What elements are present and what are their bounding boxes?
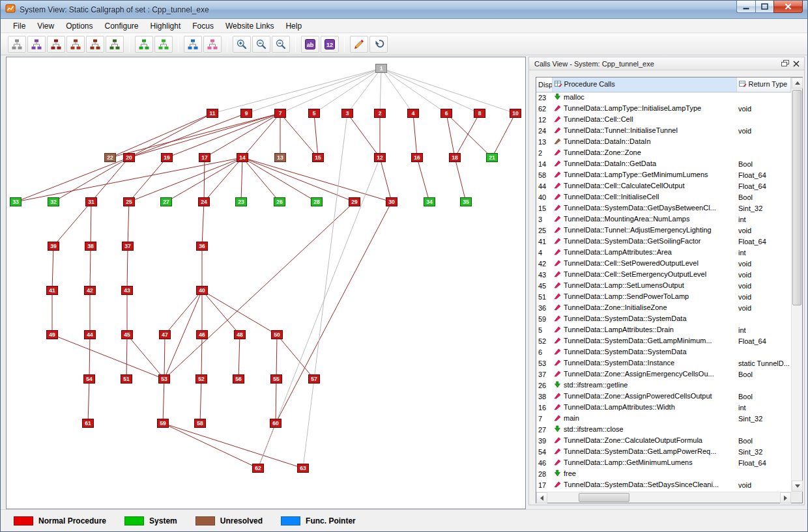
tree-view-gray-button[interactable] (8, 36, 26, 53)
graph-node-60[interactable]: 60 (270, 419, 281, 428)
graph-node-13[interactable]: 13 (275, 154, 286, 162)
menu-help[interactable]: Help (280, 20, 308, 33)
graph-node-48[interactable]: 48 (235, 331, 246, 339)
graph-node-7[interactable]: 7 (275, 109, 286, 118)
graph-node-51[interactable]: 51 (121, 375, 132, 384)
graph-node-22[interactable]: 22 (105, 154, 116, 162)
table-row[interactable]: 28free (536, 468, 791, 479)
graph-node-3[interactable]: 3 (342, 109, 353, 118)
table-row[interactable]: 37TunnelData::Zone::AssignEmergencyCells… (536, 369, 791, 380)
graph-node-55[interactable]: 55 (271, 375, 282, 384)
toggle-names-button[interactable]: ab (301, 36, 319, 53)
menu-highlight[interactable]: Highlight (145, 20, 187, 33)
graph-node-29[interactable]: 29 (349, 198, 360, 206)
table-row[interactable]: 38TunnelData::Zone::AssignPoweredCellsOu… (536, 391, 791, 402)
graph-node-16[interactable]: 16 (412, 154, 423, 162)
tree-view-green1-button[interactable] (135, 36, 153, 53)
graph-node-50[interactable]: 50 (272, 331, 283, 339)
table-row[interactable]: 43TunnelData::Cell::SetEmergencyOutputLe… (536, 269, 791, 280)
table-row[interactable]: 54TunnelData::SystemData::GetLampPowerRe… (536, 446, 791, 457)
graph-node-36[interactable]: 36 (197, 242, 208, 251)
graph-node-44[interactable]: 44 (85, 331, 96, 339)
table-row[interactable]: 23malloc (536, 92, 791, 103)
table-row[interactable]: 46TunnelData::Lamp::GetMinimumLumensFloa… (536, 457, 791, 468)
graph-node-27[interactable]: 27 (161, 198, 172, 206)
graph-node-43[interactable]: 43 (122, 287, 133, 295)
minimize-button[interactable] (736, 1, 755, 13)
zoom-reset-button[interactable] (272, 36, 290, 53)
graph-node-18[interactable]: 18 (450, 154, 461, 162)
graph-node-1[interactable]: 1 (376, 64, 387, 73)
graph-node-58[interactable]: 58 (195, 419, 206, 428)
table-row[interactable]: 14TunnelData::DataIn::GetDataBool (536, 158, 791, 169)
table-row[interactable]: 6TunnelData::SystemData::SystemData (536, 346, 791, 357)
graph-node-52[interactable]: 52 (196, 375, 207, 384)
graph-node-45[interactable]: 45 (122, 331, 133, 339)
menu-file[interactable]: File (7, 20, 31, 33)
graph-node-41[interactable]: 41 (47, 287, 58, 295)
graph-node-38[interactable]: 38 (85, 242, 96, 251)
table-row[interactable]: 12TunnelData::Cell::Cell (536, 114, 791, 125)
graph-node-40[interactable]: 40 (197, 287, 208, 295)
zoom-in-button[interactable] (233, 36, 251, 53)
table-row[interactable]: 24TunnelData::Tunnel::InitialiseTunnelvo… (536, 125, 791, 136)
table-row[interactable]: 42TunnelData::Cell::SetPoweredOutputLeve… (536, 258, 791, 269)
graph-node-10[interactable]: 10 (510, 109, 521, 118)
table-row[interactable]: 17TunnelData::SystemData::SetDaysSinceCl… (536, 479, 791, 490)
graph-node-49[interactable]: 49 (47, 331, 58, 339)
tree-view-pink-button[interactable] (203, 36, 222, 53)
column-header-display[interactable]: Disp (536, 77, 552, 92)
table-row[interactable]: 13TunnelData::DataIn::DataIn (536, 136, 791, 147)
graph-node-24[interactable]: 24 (199, 198, 210, 206)
title-bar[interactable]: System View: Static Callgraph of set : C… (1, 1, 807, 19)
graph-node-62[interactable]: 62 (253, 464, 264, 473)
column-header-return-type[interactable]: Return Type (736, 77, 791, 92)
menu-view[interactable]: View (31, 20, 60, 33)
vertical-scrollbar[interactable] (791, 77, 802, 492)
zoom-out-button[interactable] (252, 36, 270, 53)
graph-node-2[interactable]: 2 (375, 109, 386, 118)
scroll-right-button[interactable] (780, 492, 791, 503)
graph-node-5[interactable]: 5 (309, 109, 320, 118)
graph-node-11[interactable]: 11 (207, 109, 218, 118)
table-row[interactable]: 26std::ifstream::getline (536, 380, 791, 391)
menu-focus[interactable]: Focus (186, 20, 220, 33)
graph-node-34[interactable]: 34 (424, 198, 435, 206)
calls-view-header[interactable]: Calls View - System: Cpp_tunnel_exe (529, 57, 804, 70)
graph-node-47[interactable]: 47 (160, 331, 171, 339)
table-row[interactable]: 16TunnelData::LampAttributes::Widthint (536, 402, 791, 413)
tree-view-maroon1-button[interactable] (47, 36, 65, 53)
table-row[interactable]: 44TunnelData::Cell::CalculateCellOutputF… (536, 180, 791, 191)
table-row[interactable]: 40TunnelData::Cell::InitialiseCellBool (536, 191, 791, 203)
tree-view-blue-button[interactable] (184, 36, 202, 53)
graph-node-20[interactable]: 20 (124, 154, 135, 162)
scroll-down-button[interactable] (792, 481, 803, 492)
tree-view-green2-button[interactable] (154, 36, 173, 53)
graph-node-14[interactable]: 14 (237, 154, 248, 162)
graph-node-25[interactable]: 25 (124, 198, 135, 206)
graph-node-59[interactable]: 59 (158, 419, 169, 428)
highlight-brush-button[interactable] (350, 36, 368, 53)
graph-node-6[interactable]: 6 (441, 109, 452, 118)
graph-node-23[interactable]: 23 (236, 198, 247, 206)
table-row[interactable]: 45TunnelData::Lamp::SetLumensOutputvoid (536, 280, 791, 291)
tree-view-purple-button[interactable] (27, 36, 46, 53)
horizontal-scroll-thumb[interactable] (579, 493, 629, 502)
maximize-button[interactable] (755, 1, 773, 13)
graph-node-28[interactable]: 28 (311, 198, 323, 206)
horizontal-scrollbar[interactable] (536, 492, 791, 503)
graph-node-54[interactable]: 54 (84, 375, 95, 384)
undo-button[interactable] (369, 36, 388, 53)
table-row[interactable]: 51TunnelData::Lamp::SendPowerToLampvoid (536, 291, 791, 302)
graph-node-35[interactable]: 35 (461, 198, 472, 206)
table-row[interactable]: 27std::ifstream::close (536, 424, 791, 435)
table-row[interactable]: 59TunnelData::SystemData::SystemData (536, 313, 791, 324)
float-panel-button[interactable] (779, 59, 790, 68)
graph-node-33[interactable]: 33 (10, 198, 22, 206)
scroll-left-button[interactable] (536, 492, 547, 503)
table-row[interactable]: 52TunnelData::SystemData::GetLampMinimum… (536, 335, 791, 346)
table-row[interactable]: 62TunnelData::LampType::InitialiseLampTy… (536, 103, 791, 114)
graph-node-26[interactable]: 26 (274, 198, 285, 206)
table-row[interactable]: 53TunnelData::SystemData::Instancestatic… (536, 357, 791, 369)
menu-website-links[interactable]: Website Links (220, 20, 280, 33)
